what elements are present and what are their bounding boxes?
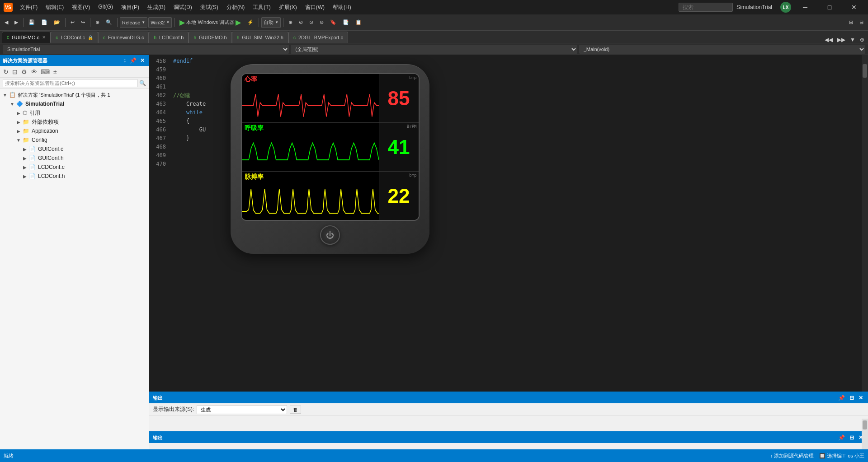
tree-item-external[interactable]: ▶ 📁 外部依赖项 [0,117,149,126]
menu-project[interactable]: 项目(P) [118,3,143,12]
save-button[interactable]: 💾 [26,16,38,29]
minimize-button[interactable]: ─ [795,0,816,14]
scope-breadcrumb[interactable]: (全局范围) [291,45,577,54]
menu-edit[interactable]: 编辑(E) [42,3,67,12]
maximize-button[interactable]: □ [819,0,840,14]
menu-build[interactable]: 生成(B) [144,3,169,12]
tab-guidemo-h[interactable]: h GUIDEMO.h [189,32,231,43]
select-coding[interactable]: 🔲 选择编⊤ os 小王 [819,453,864,459]
toolbar-icon-3[interactable]: ⊙ [307,16,316,29]
tree-item-project[interactable]: ▼ 🔷 SimulationTrial [0,99,149,108]
attach-button[interactable]: ⚡ [245,16,256,29]
close-button[interactable]: ✕ [844,0,864,14]
output-source-select[interactable]: 生成 [197,405,287,414]
toolbar-icon-6[interactable]: 📑 [340,16,352,29]
output-scrollbar-thumb[interactable] [863,420,867,429]
tab-2dgl-bmpexport-c[interactable]: c 2DGL_BMPExport.c [288,32,348,43]
sidebar-filter-btn[interactable]: ⌨ [39,68,51,75]
pointer-button[interactable]: 🔍 [103,16,115,29]
toolbar-icon-7[interactable]: 📋 [353,16,364,29]
breath-waveform-svg [242,137,379,171]
tab-scroll-right[interactable]: ▶▶ [835,37,847,43]
menu-file[interactable]: 文件(F) [16,3,41,12]
editor-scrollbar[interactable] [862,55,868,392]
tree-item-solution[interactable]: ▼ 📋 解决方案 'SimulationTrial' (1 个项目，共 1 [0,90,149,99]
breath-rate-label: 呼吸率 [245,124,264,132]
tree-item-guiconf-c[interactable]: ▶ 📄 GUIConf.c [0,145,149,154]
menu-git[interactable]: Git(G) [94,3,117,12]
tab-label-2: FramewinDLG.c [108,35,144,40]
new-button[interactable]: 📄 [38,16,50,29]
window-layout-button[interactable]: ⊞ [846,16,856,29]
sidebar-show-all-btn[interactable]: 👁 [29,68,38,75]
toolbar-icon-4[interactable]: ⊚ [317,16,326,29]
toolbar-icon-1[interactable]: ⊕ [286,16,295,29]
output-clear-btn[interactable]: 🗑 [290,406,301,414]
output-scrollbar[interactable] [862,419,868,449]
toolbar-icon-5[interactable]: 🔖 [327,16,339,29]
line-num-467: 467 [153,134,166,143]
menu-window[interactable]: 窗口(W) [302,3,328,12]
power-button[interactable]: ⏻ [320,225,340,245]
tree-item-lcdconf-h[interactable]: ▶ 📄 LCDConf.h [0,172,149,181]
tree-item-application[interactable]: ▶ 📁 Application [0,126,149,135]
sidebar-collapse-btn[interactable]: ⊟ [11,68,19,75]
tab-close-0[interactable]: ✕ [42,35,46,40]
run-debugger-button[interactable]: ▶ 本地 Windows 调试器 ▶ [177,16,244,29]
redo-button[interactable]: ↪ [78,16,88,29]
tree-item-lcdconf-c[interactable]: ▶ 📄 LCDConf.c [0,163,149,172]
menu-debug[interactable]: 调试(D) [170,3,196,12]
sidebar-pin-btn[interactable]: 📌 [128,57,138,64]
user-avatar[interactable]: LX [780,2,791,13]
code-view-button[interactable]: ⊕ [93,16,102,29]
sidebar-search-input[interactable] [3,79,137,87]
file-breadcrumb[interactable]: SimulationTrial [3,45,289,54]
sidebar-close-btn[interactable]: ✕ [139,57,146,64]
lower-pin-btn[interactable]: 📌 [837,434,846,441]
forward-button[interactable]: ▶ [12,16,21,29]
release-label: Release [122,20,140,25]
menu-analyze[interactable]: 分析(N) [223,3,249,12]
undo-button[interactable]: ↩ [68,16,77,29]
output-float-btn[interactable]: ⊟ [848,395,855,401]
tab-label-4: GUIDEMO.h [199,35,227,40]
watch-dropdown[interactable]: 自动 ▼ [261,17,281,28]
func-breadcrumb[interactable]: _Main(void) [579,45,865,54]
tab-close-1[interactable]: 🔒 [88,35,93,40]
tree-item-guiconf-h[interactable]: ▶ 📄 GUIConf.h [0,154,149,163]
tab-scroll-left[interactable]: ◀◀ [823,37,835,43]
back-button[interactable]: ◀ [2,16,11,29]
tab-lcdconf-c[interactable]: c LCDConf.c 🔒 [51,32,98,43]
sidebar-search-icon[interactable]: 🔍 [139,80,146,86]
title-search-input[interactable] [679,3,733,12]
tab-guidemo-c[interactable]: c GUIDEMO.c ✕ [2,32,51,43]
sidebar-sync-btn[interactable]: ↕ [122,57,127,64]
code-editor[interactable]: 458 459 460 461 462 463 464 465 466 467 [149,55,868,392]
menu-view[interactable]: 视图(V) [68,3,94,12]
sidebar-pending-btn[interactable]: ± [52,68,58,75]
tree-item-references[interactable]: ▶ ⬡ 引用 [0,108,149,117]
platform-dropdown[interactable]: Win32 ▼ [148,17,172,28]
add-source-control[interactable]: ↑ 添加到源代码管理 [770,453,814,459]
output-pin-btn[interactable]: 📌 [837,395,846,401]
menu-tools[interactable]: 工具(T) [249,3,274,12]
toolbar-icon-2[interactable]: ⊘ [296,16,306,29]
line-num-470: 470 [153,160,166,168]
menu-test[interactable]: 测试(S) [197,3,222,12]
tab-lcdconf-h[interactable]: h LCDConf.h [149,32,189,43]
sidebar-props-btn[interactable]: ⚙ [20,68,28,75]
tree-item-config[interactable]: ▼ 📁 Config [0,135,149,145]
open-button[interactable]: 📂 [51,16,63,29]
configuration-dropdown[interactable]: Release ▼ [120,17,147,28]
output-close-btn[interactable]: ✕ [857,395,864,401]
lower-float-btn[interactable]: ⊟ [848,434,855,441]
tab-gui-sim-win32-h[interactable]: h GUI_SIM_Win32.h [232,32,288,43]
tab-dropdown[interactable]: ▼ [848,37,857,43]
menu-help[interactable]: 帮助(H) [329,3,355,12]
window-float-button[interactable]: ⊟ [857,16,866,29]
menu-extensions[interactable]: 扩展(X) [275,3,301,12]
tab-new-vert[interactable]: ⊕ [858,37,866,43]
tab-framewin-c[interactable]: c FramewinDLG.c [98,32,149,43]
scrollbar-thumb[interactable] [863,64,867,78]
sidebar-refresh-btn[interactable]: ↻ [2,68,10,75]
